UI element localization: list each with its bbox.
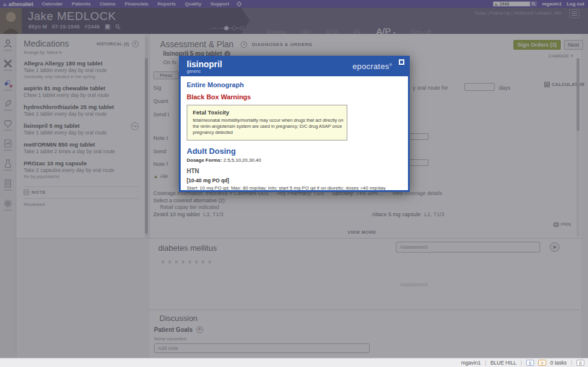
epocrates-popup: lisinopril generic epocrates® Entire Mon… xyxy=(179,56,410,192)
athena-wing-icon xyxy=(2,2,7,7)
historical-link[interactable]: HISTORICAL (3) xyxy=(97,42,129,46)
patient-name[interactable]: Jake MEDLOCK xyxy=(28,10,116,23)
note-to-label: Note t xyxy=(153,135,168,141)
alert-count-badge[interactable]: 0 xyxy=(538,360,546,366)
medication-row[interactable]: aspirin 81 mg chewable tablet Chew 1 tab… xyxy=(24,85,139,98)
sidebar-item-allergies[interactable] xyxy=(3,59,13,71)
assessment-go-button[interactable]: ➤ xyxy=(550,242,560,252)
athenanet-logo[interactable]: athenaNet xyxy=(2,1,33,7)
medications-panel: Medications HISTORICAL (3) + Arrange by:… xyxy=(16,34,145,238)
note-for-label: Note f xyxy=(153,161,168,167)
medication-list: Allegra Allergy 180 mg tablet Take 1 tab… xyxy=(24,60,139,179)
alternative-zestril[interactable]: Zestril 10 mg tabletL3, T1/3 xyxy=(153,211,223,217)
note-button[interactable]: NOTE xyxy=(24,187,139,195)
epocrates-logo: epocrates® xyxy=(352,62,392,71)
diagnoses-orders-link[interactable]: DIAGNOSES & ORDERS xyxy=(252,42,312,47)
sign-orders-button[interactable]: Sign Orders (3) xyxy=(513,40,561,50)
patient-search: ▲ xyxy=(493,1,537,7)
popup-close-icon[interactable] xyxy=(399,59,404,65)
logout-link[interactable]: Log out xyxy=(567,1,584,7)
assessment-faint-label: Assessment xyxy=(399,282,427,288)
remove-order-icon[interactable]: × xyxy=(570,53,573,59)
status-username[interactable]: mgavin1 xyxy=(461,360,481,366)
change-link[interactable]: CHANGE xyxy=(549,53,569,59)
medication-row[interactable]: metFORMIN 850 mg tablet Take 1 tablet 2 … xyxy=(24,141,139,154)
nav-support[interactable]: Support xyxy=(210,1,229,7)
diabetes-assessment-input[interactable] xyxy=(396,242,540,253)
medication-row[interactable]: Allegra Allergy 180 mg tablet Take 1 tab… xyxy=(24,60,139,79)
medication-row[interactable]: PROzac 10 mg capsule Take 2 capsules eve… xyxy=(24,160,139,179)
medication-row-lisinopril[interactable]: lisinopril 5 mg tablet Take 1 tablet eve… xyxy=(24,122,139,136)
route-fragment: y oral route for xyxy=(413,85,448,91)
discussion-title: Discussion xyxy=(159,314,198,323)
medication-row[interactable]: hydrochlorothiazide 25 mg tablet Take 1 … xyxy=(24,104,139,117)
gear-icon[interactable] xyxy=(236,1,242,7)
person-icon: ▲ xyxy=(494,2,498,6)
sidebar-item-vitals[interactable] xyxy=(3,119,13,131)
sidebar-item-vaccines[interactable] xyxy=(3,99,13,111)
send-label: Send xyxy=(153,148,166,154)
chart-icon[interactable]: ☰ xyxy=(105,24,110,30)
patient-mrn: #2446 xyxy=(85,24,100,30)
main-scrollbar[interactable] xyxy=(576,58,580,237)
next-button[interactable]: Next xyxy=(564,40,583,50)
send-to-label: Send t xyxy=(153,111,169,117)
appointment-info[interactable]: Today | Follow Up | McKenzie Leftwich, M… xyxy=(474,10,561,16)
warning-icon: ▲ xyxy=(153,174,158,179)
print-link[interactable]: PRN xyxy=(553,222,571,227)
status-department[interactable]: BLUE HILL xyxy=(490,360,516,366)
reviewed-label[interactable]: Reviewed xyxy=(24,198,139,207)
nav-reports[interactable]: Reports xyxy=(158,1,176,7)
sidebar-item-flowsheets[interactable] xyxy=(3,139,13,151)
dose-range: [10-40 mg PO qd] xyxy=(187,177,402,183)
dosage-forms: Dosage Forms: 2.5,5,10,20,30,40 xyxy=(187,157,402,163)
athenanet-screen: athenaNet Calendar Patients Claims Finan… xyxy=(0,0,588,367)
htn-indication: HTN xyxy=(187,168,402,174)
add-medication-icon[interactable]: + xyxy=(132,41,139,47)
sidebar-item-documents[interactable] xyxy=(3,179,13,191)
patient-banner: Jake MEDLOCK 65yo M 07-15-1946 #2446 ☰ ✓… xyxy=(0,8,588,34)
sidebar-item-labs[interactable] xyxy=(3,159,13,171)
section-divider xyxy=(16,238,581,239)
chart-search-icon[interactable] xyxy=(115,24,121,30)
calculator-icon xyxy=(544,82,550,87)
chat-count-badge[interactable]: 0 xyxy=(576,360,584,366)
fetal-toxicity-box: Fetal Toxicity fetal/neonatal morbidity/… xyxy=(187,105,347,141)
sidebar-item-care-plan[interactable] xyxy=(3,199,13,211)
days-input[interactable] xyxy=(464,83,495,91)
patient-dob: 07-15-1946 xyxy=(52,24,80,30)
top-nav: athenaNet Calendar Patients Claims Finan… xyxy=(0,0,588,8)
prescribe-button[interactable]: Presc xyxy=(153,71,179,79)
sidebar-item-medications[interactable] xyxy=(3,79,13,91)
inbox-count-badge[interactable]: 0 xyxy=(526,360,534,366)
entire-monograph-link[interactable]: Entire Monograph xyxy=(187,81,402,88)
nav-quality[interactable]: Quality xyxy=(185,1,201,7)
note-icon xyxy=(24,190,29,195)
patient-age-sex: 65yo M xyxy=(28,24,47,30)
username-link[interactable]: mgavin1 xyxy=(542,1,561,7)
nav-financials[interactable]: Financials xyxy=(125,1,149,7)
tasks-count[interactable]: 0 tasks xyxy=(550,360,567,366)
encounter-list-icon[interactable] xyxy=(569,9,580,18)
retail-copay-label: Retail copay tier indicated xyxy=(160,204,219,210)
patient-photo[interactable] xyxy=(0,8,22,34)
medications-title: Medications xyxy=(24,39,69,48)
add-diagnosis-icon[interactable]: + xyxy=(241,41,247,48)
patient-goals-row: Patient Goals + xyxy=(154,326,203,333)
nav-claims[interactable]: Claims xyxy=(99,1,115,7)
view-more-link[interactable]: VIEW MORE xyxy=(150,230,574,235)
patient-search-input[interactable] xyxy=(493,1,530,7)
nav-calendar[interactable]: Calendar xyxy=(42,1,62,7)
search-icon[interactable] xyxy=(530,1,537,7)
alternative-altace[interactable]: Altace 5 mg capsuleL2, T1/3 xyxy=(372,211,444,217)
medications-scrollbar[interactable] xyxy=(145,36,148,237)
diagnosis-diabetes-title[interactable]: diabetes mellitus xyxy=(158,243,217,253)
sidebar-item-patient[interactable] xyxy=(3,39,13,51)
renew-arrow-icon[interactable]: ↪ xyxy=(131,122,139,130)
add-note-input[interactable] xyxy=(154,343,370,353)
arrange-by[interactable]: Arrange by: Name ▾ xyxy=(24,50,139,55)
nav-patients[interactable]: Patients xyxy=(72,1,90,7)
status-bar: mgavin1 | BLUE HILL | 0 0 0 tasks | 0 xyxy=(0,358,588,367)
assessment-plan-title: Assessment & Plan xyxy=(160,39,233,49)
add-goal-icon[interactable]: + xyxy=(196,326,203,333)
